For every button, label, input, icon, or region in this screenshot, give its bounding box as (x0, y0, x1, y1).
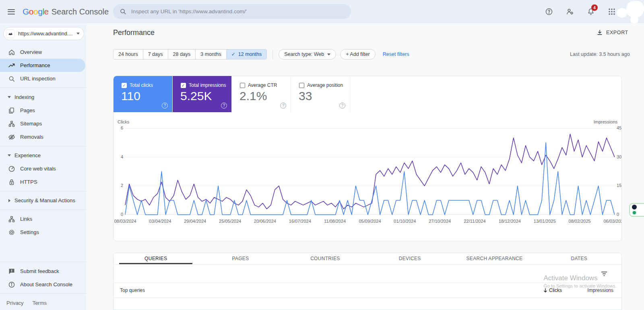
sidebar-section-experience[interactable]: Experience (0, 149, 87, 162)
privacy-link[interactable]: Privacy (6, 300, 24, 306)
sidebar-section-security[interactable]: Security & Manual Actions (0, 194, 87, 207)
tile-total-impressions[interactable]: ✓Total impressions 5.25K ? (173, 76, 232, 112)
tile-label: Average position (307, 82, 343, 88)
sitemap-icon (8, 120, 15, 127)
chevron-down-icon (327, 53, 330, 55)
y-tick: 15 (617, 183, 621, 188)
column-header-clicks[interactable]: Clicks (543, 287, 562, 293)
sidebar-item-https[interactable]: HTTPS (0, 175, 87, 189)
dimension-tabs: QUERIES PAGES COUNTRIES DEVICES SEARCH A… (114, 253, 621, 265)
divider (0, 88, 87, 88)
browser-extension-widget[interactable] (629, 203, 644, 217)
help-icon[interactable]: ? (280, 103, 286, 109)
sidebar: https://www.advantind.... Overview Perfo… (0, 23, 87, 310)
tile-label: Average CTR (248, 82, 277, 88)
sidebar-item-performance[interactable]: Performance (0, 59, 85, 72)
x-tick: 11/08/2024 (324, 219, 346, 224)
info-icon (8, 281, 15, 288)
divider (0, 191, 87, 191)
sidebar-item-sitemaps[interactable]: Sitemaps (0, 117, 87, 130)
y-tick: 0 (617, 212, 619, 217)
help-icon[interactable]: ? (162, 103, 168, 109)
sidebar-item-overview[interactable]: Overview (0, 45, 87, 59)
extension-icon (632, 210, 637, 215)
tile-value: 2.1% (239, 89, 267, 103)
property-selector[interactable]: https://www.advantind.... (3, 27, 84, 40)
reset-filters-link[interactable]: Reset filters (383, 51, 409, 57)
range-12-months[interactable]: ✓12 months (227, 49, 266, 59)
chevron-right-icon (6, 199, 13, 202)
sidebar-item-core-web-vitals[interactable]: Core web vitals (0, 162, 87, 175)
help-icon[interactable]: ? (221, 103, 227, 109)
sidebar-item-submit-feedback[interactable]: Submit feedback (0, 265, 87, 278)
tab-queries[interactable]: QUERIES (114, 253, 198, 264)
sidebar-item-label: Submit feedback (20, 268, 59, 274)
tab-countries[interactable]: COUNTRIES (283, 253, 367, 264)
range-3-months[interactable]: 3 months (196, 49, 226, 59)
y-tick: 0 (114, 212, 123, 217)
search-placeholder: Inspect any URL in 'https://www.advantin… (131, 8, 247, 14)
x-tick: 22/11/2024 (464, 219, 485, 224)
url-inspect-search[interactable]: Inspect any URL in 'https://www.advantin… (113, 4, 351, 19)
export-button[interactable]: EXPORT (597, 29, 628, 36)
tile-average-position[interactable]: Average position 33 ? (291, 76, 350, 112)
divider (272, 49, 273, 59)
sidebar-item-pages[interactable]: Pages (0, 104, 87, 117)
range-28-days[interactable]: 28 days (168, 49, 196, 59)
tile-average-ctr[interactable]: Average CTR 2.1% ? (232, 76, 291, 112)
sidebar-item-url-inspection[interactable]: URL inspection (0, 72, 87, 85)
tab-search-appearance[interactable]: SEARCH APPEARANCE (452, 253, 537, 264)
range-7-days[interactable]: 7 days (143, 49, 168, 59)
queries-table-card: QUERIES PAGES COUNTRIES DEVICES SEARCH A… (113, 253, 622, 310)
user-settings-button[interactable] (562, 4, 578, 20)
help-icon[interactable]: ? (339, 103, 345, 109)
sidebar-item-settings[interactable]: Settings (0, 226, 87, 239)
x-tick: 03/04/2024 (149, 219, 171, 224)
performance-chart[interactable] (125, 128, 615, 215)
sidebar-item-removals[interactable]: Removals (0, 130, 87, 144)
divider (0, 209, 87, 210)
search-icon (120, 8, 126, 15)
notifications-button[interactable]: 4 (583, 4, 599, 20)
y-tick: 2 (114, 183, 123, 188)
x-tick: 08/03/2024 (114, 219, 136, 224)
divider (0, 262, 87, 262)
checkbox-unchecked-icon (240, 83, 245, 88)
help-button[interactable] (541, 4, 557, 20)
date-range-segmented: 24 hours 7 days 28 days 3 months ✓12 mon… (113, 49, 267, 60)
column-header-queries: Top queries (120, 287, 145, 293)
app-logo[interactable]: Google Search Console (23, 7, 109, 16)
menu-icon[interactable] (3, 4, 19, 20)
terms-link[interactable]: Terms (33, 300, 47, 306)
sidebar-item-label: HTTPS (20, 179, 37, 185)
search-type-chip[interactable]: Search type: Web (279, 49, 336, 60)
table-filter-button[interactable] (600, 269, 609, 278)
performance-chart-svg (125, 128, 615, 215)
tab-dates[interactable]: DATES (537, 253, 621, 264)
sidebar-item-label: Removals (20, 134, 43, 140)
chevron-down-icon (6, 154, 13, 156)
sidebar-item-label: Pages (20, 107, 35, 113)
x-axis-labels: 08/03/202403/04/202429/04/202425/05/2024… (125, 219, 615, 224)
extension-icon (632, 205, 637, 209)
column-header-impressions[interactable]: Impressions (587, 287, 613, 293)
add-filter-chip[interactable]: + Add filter (340, 49, 375, 60)
help-icon (545, 8, 553, 16)
sidebar-item-about[interactable]: About Search Console (0, 278, 87, 291)
sidebar-item-label: Performance (20, 62, 50, 68)
x-tick: 08/02/2025 (569, 219, 591, 224)
export-label: EXPORT (606, 30, 628, 35)
sidebar-item-links[interactable]: Links (0, 212, 87, 226)
apps-grid-icon (608, 8, 615, 15)
tab-pages[interactable]: PAGES (198, 253, 283, 264)
download-icon (597, 29, 603, 36)
tile-total-clicks[interactable]: ✓Total clicks 110 ? (114, 76, 173, 112)
tab-devices[interactable]: DEVICES (367, 253, 452, 264)
x-tick: 13/01/2025 (534, 219, 556, 224)
sidebar-nav: Overview Performance URL inspection Inde… (0, 45, 87, 239)
x-tick: 29/04/2024 (184, 219, 206, 224)
range-24-hours[interactable]: 24 hours (114, 49, 143, 59)
sidebar-section-indexing[interactable]: Indexing (0, 90, 87, 104)
notification-badge: 4 (591, 4, 598, 11)
product-name: Search Console (52, 7, 109, 16)
